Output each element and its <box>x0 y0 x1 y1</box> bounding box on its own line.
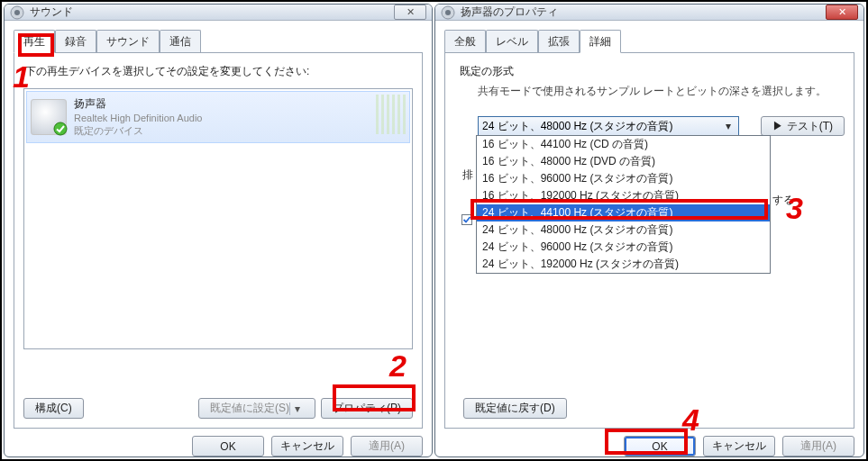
exclusive-label-right: する <box>772 193 794 208</box>
chevron-down-icon: ▾ <box>289 402 304 415</box>
format-combo-list[interactable]: 16 ビット、44100 Hz (CD の音質) 16 ビット、48000 Hz… <box>476 135 771 274</box>
svg-point-2 <box>54 122 67 135</box>
ok-button[interactable]: OK <box>192 436 264 456</box>
tab-row: 再生 録音 サウンド 通信 <box>14 30 423 53</box>
default-format-sub: 共有モードで使用されるサンプル レートとビットの深さを選択します。 <box>478 85 845 98</box>
dialog-footer: OK キャンセル 適用(A) <box>5 429 432 457</box>
device-list[interactable]: 扬声器 Realtek High Definition Audio 既定のデバイ… <box>23 88 413 349</box>
tab-enhancements[interactable]: 拡張 <box>538 30 580 53</box>
format-combo[interactable]: 24 ビット、48000 Hz (スタジオの音質) ▾ <box>478 116 739 136</box>
chevron-down-icon: ▾ <box>722 120 735 132</box>
tab-playback[interactable]: 再生 <box>14 30 55 53</box>
dialog-footer: OK キャンセル 適用(A) <box>435 429 863 457</box>
svg-point-1 <box>14 10 20 15</box>
exclusive-label-left: 排 <box>462 167 473 183</box>
svg-point-4 <box>445 10 451 15</box>
tab-recording[interactable]: 録音 <box>55 30 96 53</box>
speaker-app-icon <box>441 5 455 20</box>
device-default-label: 既定のデバイス <box>74 124 202 137</box>
cancel-button[interactable]: キャンセル <box>703 436 775 456</box>
format-option[interactable]: 24 ビット、96000 Hz (スタジオの音質) <box>477 239 770 256</box>
format-combo-value: 24 ビット、48000 Hz (スタジオの音質) <box>482 119 722 134</box>
device-name: 扬声器 <box>74 97 202 112</box>
level-meter <box>376 95 407 134</box>
titlebar: サウンド ✕ <box>5 5 432 21</box>
client-area: 全般 レベル 拡張 詳細 既定の形式 共有モードで使用されるサンプル レートとビ… <box>435 21 863 429</box>
speaker-app-icon <box>10 5 24 20</box>
client-area: 再生 録音 サウンド 通信 下の再生デバイスを選択してその設定を変更してください… <box>5 21 432 429</box>
format-option[interactable]: 24 ビット、192000 Hz (スタジオの音質) <box>477 256 770 273</box>
ok-button[interactable]: OK <box>624 436 696 456</box>
tab-row: 全般 レベル 拡張 詳細 <box>444 30 854 53</box>
sound-dialog: サウンド ✕ 再生 録音 サウンド 通信 下の再生デバイスを選択してその設定を変… <box>4 4 433 457</box>
close-button[interactable]: ✕ <box>826 5 858 20</box>
tab-levels[interactable]: レベル <box>486 30 538 53</box>
apply-button[interactable]: 適用(A) <box>351 436 423 456</box>
tab-advanced[interactable]: 詳細 <box>580 30 621 53</box>
device-text: 扬声器 Realtek High Definition Audio 既定のデバイ… <box>74 97 202 137</box>
device-speaker-icon <box>31 99 67 135</box>
configure-button[interactable]: 構成(C) <box>23 398 84 419</box>
checkbox-icon[interactable] <box>461 214 472 225</box>
tab-body: 下の再生デバイスを選択してその設定を変更してください: 扬声器 Realtek … <box>14 52 423 429</box>
properties-button[interactable]: プロパティ(P) <box>321 398 413 419</box>
tab-body: 既定の形式 共有モードで使用されるサンプル レートとビットの深さを選択します。 … <box>444 52 854 429</box>
set-default-button[interactable]: 既定値に設定(S) ▾ <box>198 398 315 419</box>
window-title: サウンド <box>30 5 73 20</box>
instruction-text: 下の再生デバイスを選択してその設定を変更してください: <box>25 64 413 79</box>
close-button[interactable]: ✕ <box>394 5 426 20</box>
format-row: 24 ビット、48000 Hz (スタジオの音質) ▾ ▶ テスト(T) <box>454 116 845 136</box>
default-format-title: 既定の形式 <box>460 64 845 79</box>
apply-button[interactable]: 適用(A) <box>782 436 854 456</box>
device-row-speakers[interactable]: 扬声器 Realtek High Definition Audio 既定のデバイ… <box>26 91 410 143</box>
test-button[interactable]: ▶ テスト(T) <box>761 116 845 136</box>
tab-general[interactable]: 全般 <box>444 30 486 53</box>
titlebar: 扬声器のプロパティ ✕ <box>435 5 863 21</box>
format-option[interactable]: 24 ビット、48000 Hz (スタジオの音質) <box>477 221 770 239</box>
device-subname: Realtek High Definition Audio <box>74 112 202 124</box>
tab-communications[interactable]: 通信 <box>160 30 201 53</box>
tab-button-row: 構成(C) 既定値に設定(S) ▾ プロパティ(P) <box>23 398 413 419</box>
cancel-button[interactable]: キャンセル <box>271 436 343 456</box>
window-title: 扬声器のプロパティ <box>461 5 558 20</box>
format-option-selected[interactable]: 24 ビット、44100 Hz (スタジオの音質) <box>477 204 770 221</box>
format-option[interactable]: 16 ビット、48000 Hz (DVD の音質) <box>477 153 770 170</box>
restore-defaults-button[interactable]: 既定値に戻す(D) <box>463 398 567 419</box>
set-default-label: 既定値に設定(S) <box>210 401 289 416</box>
tab-sounds[interactable]: サウンド <box>96 30 160 53</box>
combo-list-wrap: 排 する 16 ビット、44100 Hz (CD の音質) 16 ビット、480… <box>476 135 845 274</box>
format-option[interactable]: 16 ビット、192000 Hz (スタジオの音質) <box>477 187 770 204</box>
format-option[interactable]: 16 ビット、44100 Hz (CD の音質) <box>477 136 770 153</box>
format-option[interactable]: 16 ビット、96000 Hz (スタジオの音質) <box>477 170 770 187</box>
speaker-properties-dialog: 扬声器のプロパティ ✕ 全般 レベル 拡張 詳細 既定の形式 共有モードで使用さ… <box>434 4 864 457</box>
